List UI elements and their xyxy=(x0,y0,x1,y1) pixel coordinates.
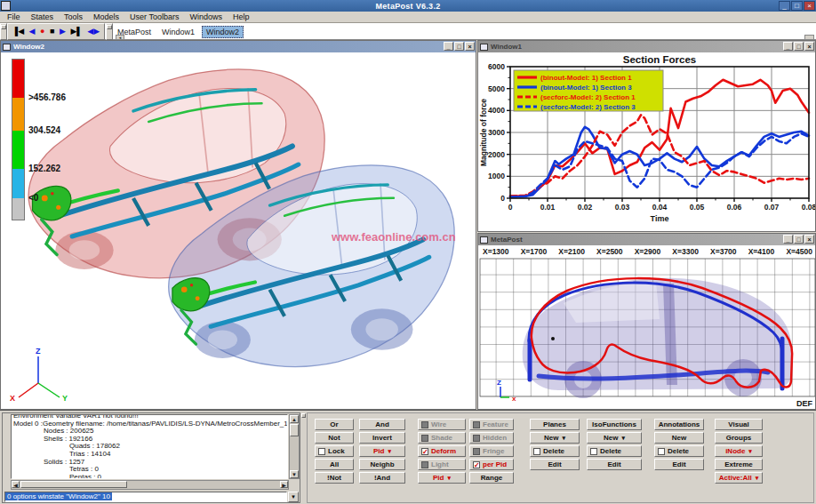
button-label: And xyxy=(375,420,389,428)
logic-a-not-button[interactable]: Not xyxy=(315,432,354,444)
close-button[interactable]: × xyxy=(804,1,815,11)
checkbox-label: Delete xyxy=(668,447,689,455)
record-button[interactable]: ● xyxy=(40,28,44,36)
logic-a-or-button[interactable]: Or xyxy=(315,419,354,430)
planes-new-button[interactable]: New▾ xyxy=(530,432,580,444)
visual-inode-button[interactable]: iNode▾ xyxy=(715,445,763,457)
triad-x-label: X xyxy=(10,394,15,403)
metapost-maximize-button[interactable]: □ xyxy=(794,235,804,244)
logic-b-and-button[interactable]: !And xyxy=(359,472,405,484)
toolbar-grip[interactable] xyxy=(0,23,7,40)
bounce-button[interactable]: ◀▶ xyxy=(87,28,100,36)
axis-triad: Z X Y xyxy=(10,347,68,403)
previous-state-button[interactable]: ◀ xyxy=(29,28,36,36)
fringe-colorbar xyxy=(12,59,25,220)
annotations-edit-button[interactable]: Edit xyxy=(654,459,704,470)
section-marker-dot xyxy=(551,337,555,340)
draw-option-range-button[interactable]: Range xyxy=(469,472,514,484)
console-vscrollbar[interactable]: ▲ ▼ xyxy=(289,414,300,479)
tab-window2[interactable]: Window2 xyxy=(202,26,244,38)
logic-a-lock-checkbox[interactable]: Lock xyxy=(315,445,354,457)
fringe-segment-1 xyxy=(12,98,24,131)
legend-entry-label: (secforc-Model: 2) Section 1 xyxy=(540,93,636,101)
section-x-label: X=3300 xyxy=(672,247,699,256)
button-label: Range xyxy=(481,474,502,482)
window2-maximize-button[interactable]: □ xyxy=(454,42,464,51)
window2-title: Window2 xyxy=(13,43,44,51)
console-hscrollbar[interactable]: ◀ ▶ xyxy=(11,480,289,490)
metapost-close-button[interactable]: × xyxy=(804,235,814,244)
plot-viewport[interactable]: 00.010.020.030.040.050.060.070.080100020… xyxy=(478,52,815,231)
metapost-minimize-button[interactable]: _ xyxy=(783,235,793,244)
console-output[interactable]: Environment Variable VAR1 not found!!!Mo… xyxy=(11,414,288,479)
play-button[interactable]: ▶ xyxy=(60,28,66,36)
window2-minimize-button[interactable]: _ xyxy=(444,42,453,51)
checkbox-label: Delete xyxy=(543,447,564,455)
logic-b-and-button[interactable]: And xyxy=(359,419,405,430)
minimize-button[interactable]: _ xyxy=(779,1,790,11)
logic-b-invert-button[interactable]: Invert xyxy=(359,432,405,444)
visual-visual-button[interactable]: Visual xyxy=(715,419,763,430)
window2-title-bar[interactable]: Window2 _ □ × xyxy=(1,41,476,52)
window1-minimize-button[interactable]: _ xyxy=(783,42,793,51)
annotations-new-button[interactable]: New xyxy=(654,432,704,444)
menu-item-states[interactable]: States xyxy=(27,12,59,21)
button-label: All xyxy=(330,460,339,468)
checkbox-label: Lock xyxy=(328,447,345,455)
planes-edit-button[interactable]: Edit xyxy=(530,459,580,470)
menu-item-tools[interactable]: Tools xyxy=(60,12,87,21)
tabbar-grip[interactable] xyxy=(106,23,113,40)
maximize-button[interactable]: □ xyxy=(791,1,803,11)
y-tick-label: 0 xyxy=(500,194,505,203)
command-input[interactable]: 0 options winstate "Window2" 10 xyxy=(4,492,287,502)
checkbox-icon xyxy=(473,435,480,442)
tab-window1[interactable]: Window1 xyxy=(158,27,198,37)
menu-item-models[interactable]: Models xyxy=(89,12,124,21)
draw-option-fringe-checkbox[interactable]: Fringe xyxy=(469,445,514,457)
draw-option-hidden-checkbox[interactable]: Hidden xyxy=(469,432,514,444)
draw-style-light-checkbox[interactable]: Light xyxy=(418,459,466,470)
isofunctions-new-button[interactable]: New▾ xyxy=(587,432,642,444)
metapost-window-title: MetaPost xyxy=(491,236,523,244)
console-line: Pentas : 0 xyxy=(13,474,285,479)
menu-item-user-toolbars[interactable]: User Toolbars xyxy=(125,12,183,21)
x-tick-label: 0 xyxy=(508,203,513,212)
window2-close-button[interactable]: × xyxy=(465,42,475,51)
command-history-dropdown[interactable]: ▾ xyxy=(288,492,299,502)
logic-b-pid-button[interactable]: Pid▾ xyxy=(359,445,405,457)
metapost-window-panel: MetaPost _ □ × X=1300X=1700X=2100X=2500X… xyxy=(477,233,816,410)
draw-style-deform-checkbox[interactable]: ✓Deform xyxy=(418,445,466,457)
x-tick-label: 0.04 xyxy=(652,203,668,212)
visual-extreme-button[interactable]: Extreme xyxy=(715,459,763,470)
section-cut-viewport[interactable]: X=1300X=1700X=2100X=2500X=2900X=3300X=37… xyxy=(478,245,815,409)
3d-viewport[interactable]: Z X Y >456.786304.524152.262<0 www.feaon… xyxy=(1,52,476,409)
isofunctions-delete-checkbox[interactable]: Delete xyxy=(587,445,642,457)
logic-a-not-button[interactable]: !Not xyxy=(315,472,354,484)
visual-active-all-button[interactable]: Active:All▾ xyxy=(715,472,763,484)
triad-y-label: Y xyxy=(62,394,68,403)
logic-a-all-button[interactable]: All xyxy=(315,459,354,470)
annotations-delete-checkbox[interactable]: Delete xyxy=(654,445,704,457)
planes-delete-checkbox[interactable]: Delete xyxy=(530,445,580,457)
first-state-button[interactable]: ▐◀ xyxy=(12,28,24,36)
draw-option-feature-checkbox[interactable]: Feature xyxy=(469,419,514,430)
panel-splitter[interactable] xyxy=(300,412,307,503)
button-label: Pid xyxy=(373,447,384,455)
isofunctions-edit-button[interactable]: Edit xyxy=(587,459,642,470)
window1-maximize-button[interactable]: □ xyxy=(794,42,804,51)
visual-groups-button[interactable]: Groups xyxy=(715,432,763,444)
menu-item-help[interactable]: Help xyxy=(228,12,254,21)
metapost-window-title-bar[interactable]: MetaPost _ □ × xyxy=(478,234,815,245)
draw-style-shade-checkbox[interactable]: Shade xyxy=(418,432,466,444)
draw-style-pid-button[interactable]: Pid▾ xyxy=(418,472,466,484)
logic-b-neighb-button[interactable]: Neighb xyxy=(359,459,405,470)
draw-option-per-pid-checkbox[interactable]: ✓per Pid xyxy=(469,459,514,470)
window1-close-button[interactable]: × xyxy=(804,42,814,51)
draw-style-wire-checkbox[interactable]: Wire xyxy=(418,419,466,430)
console-grip[interactable] xyxy=(3,413,10,502)
stop-button[interactable]: ■ xyxy=(50,28,54,36)
menu-item-windows[interactable]: Windows xyxy=(185,12,227,21)
last-state-button[interactable]: ▶▌ xyxy=(70,28,82,36)
window1-title-bar[interactable]: Window1 _ □ × xyxy=(478,41,815,52)
menu-item-file[interactable]: File xyxy=(3,12,25,21)
